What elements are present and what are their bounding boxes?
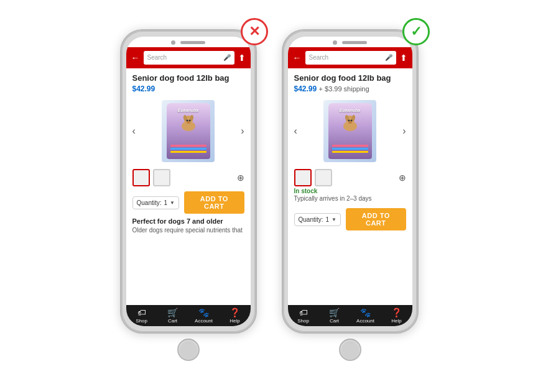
phone-bad-notch <box>126 37 251 47</box>
nav-help-label-good: Help <box>391 318 401 324</box>
product-image-area-bad: ‹ Eukanuba <box>132 97 244 165</box>
description-title-bad: Perfect for dogs 7 and older <box>132 217 244 225</box>
nav-account-good[interactable]: 🐾 Account <box>350 308 381 324</box>
app-header-good: ← Search 🎤 ⬆ <box>288 47 412 68</box>
add-to-cart-bad[interactable]: ADD TO CART <box>184 191 244 214</box>
home-button-good[interactable] <box>339 339 361 361</box>
quantity-row-bad: Quantity: 1 ▼ ADD TO CART <box>132 191 244 214</box>
share-icon-bad[interactable]: ⬆ <box>238 53 246 63</box>
product-title-bad: Senior dog food 12lb bag <box>132 73 244 83</box>
account-icon-good: 🐾 <box>360 308 371 317</box>
svg-point-4 <box>186 120 188 122</box>
camera-good <box>333 40 337 45</box>
shop-icon-good: 🏷 <box>299 308 308 317</box>
nav-shop-label-bad: Shop <box>136 318 147 324</box>
qty-arrow-good: ▼ <box>332 217 336 222</box>
mic-icon-bad: 🎤 <box>223 54 231 61</box>
qty-arrow-bad: ▼ <box>170 200 175 206</box>
thumb-1-good[interactable] <box>294 169 312 186</box>
quantity-value-bad: 1 <box>164 199 168 206</box>
svg-point-6 <box>187 121 190 124</box>
phone-good-wrapper: ✓ ← Search 🎤 ⬆ Se <box>282 29 419 363</box>
product-price-bad: $42.99 <box>132 84 244 93</box>
nav-account-label-good: Account <box>356 318 374 324</box>
thumbnails-bad: ⊕ <box>132 169 244 186</box>
search-placeholder-bad: Search <box>147 54 167 61</box>
price-amount-good: $42.99 <box>294 84 317 93</box>
quantity-label-good: Quantity: <box>299 216 323 223</box>
bottom-nav-bad: 🏷 Shop 🛒 Cart 🐾 Account ❓ Help <box>126 305 251 326</box>
product-price-good: $42.99 + $3.99 shipping <box>294 84 406 93</box>
product-title-good: Senior dog food 12lb bag <box>294 73 406 83</box>
product-image-good: Eukanuba <box>323 100 376 162</box>
search-bar-bad[interactable]: Search 🎤 <box>144 51 234 65</box>
nav-cart-bad[interactable]: 🛒 Cart <box>157 308 188 324</box>
mic-icon-good: 🎤 <box>385 54 392 61</box>
svg-point-12 <box>350 120 352 122</box>
quantity-value-good: 1 <box>326 216 330 223</box>
svg-point-5 <box>188 120 190 122</box>
speaker-bad <box>180 41 205 44</box>
dog-illustration-bad <box>179 112 198 132</box>
nav-help-good[interactable]: ❓ Help <box>381 308 412 324</box>
shop-icon-bad: 🏷 <box>137 308 146 317</box>
help-icon-good: ❓ <box>391 308 402 317</box>
delivery-text: Typically arrives in 2–3 days <box>294 195 406 202</box>
home-button-bad[interactable] <box>177 339 200 361</box>
price-shipping-good: + $3.99 shipping <box>319 85 369 93</box>
camera-bad <box>171 40 175 45</box>
nav-account-bad[interactable]: 🐾 Account <box>188 308 220 324</box>
prev-arrow-bad[interactable]: ‹ <box>132 125 136 137</box>
prev-arrow-good[interactable]: ‹ <box>294 125 297 137</box>
phone-good-notch <box>288 37 412 47</box>
nav-cart-label-good: Cart <box>330 318 339 324</box>
app-header-bad: ← Search 🎤 ⬆ <box>126 47 251 68</box>
nav-account-label-bad: Account <box>195 318 213 324</box>
comparison-container: ✕ ← Search 🎤 ⬆ Se <box>108 17 431 376</box>
phone-bad: ← Search 🎤 ⬆ Senior dog food 12lb bag $4… <box>120 29 257 334</box>
quantity-select-good[interactable]: Quantity: 1 ▼ <box>294 213 341 226</box>
phone-bad-inner: ← Search 🎤 ⬆ Senior dog food 12lb bag $4… <box>126 37 251 326</box>
thumb-2-good[interactable] <box>315 169 332 186</box>
share-icon-good[interactable]: ⬆ <box>400 53 407 63</box>
phone-good-inner: ← Search 🎤 ⬆ Senior dog food 12lb bag $4… <box>288 37 412 326</box>
nav-cart-label-bad: Cart <box>168 318 177 324</box>
phone-bad-wrapper: ✕ ← Search 🎤 ⬆ Se <box>120 29 257 363</box>
nav-shop-bad[interactable]: 🏷 Shop <box>126 308 157 324</box>
product-image-bad: Eukanuba <box>162 100 215 162</box>
svg-point-13 <box>348 121 352 124</box>
quantity-row-good: Quantity: 1 ▼ ADD TO CART <box>294 208 406 230</box>
nav-help-bad[interactable]: ❓ Help <box>220 308 251 324</box>
cart-icon-bad: 🛒 <box>167 308 178 317</box>
speaker-good <box>342 41 367 44</box>
account-icon-bad: 🐾 <box>198 308 209 317</box>
thumb-2-bad[interactable] <box>153 169 170 186</box>
search-placeholder-good: Search <box>309 54 329 61</box>
back-arrow-good[interactable]: ← <box>293 53 302 63</box>
bottom-nav-good: 🏷 Shop 🛒 Cart 🐾 Account ❓ Help <box>288 305 412 326</box>
description-text-bad: Older dogs require special nutrients tha… <box>132 226 244 234</box>
next-arrow-bad[interactable]: › <box>241 125 244 137</box>
nav-shop-label-good: Shop <box>297 318 309 324</box>
product-image-area-good: ‹ Eukanuba <box>294 97 406 165</box>
zoom-icon-good[interactable]: ⊕ <box>399 173 406 183</box>
search-bar-good[interactable]: Search 🎤 <box>305 51 396 65</box>
quantity-select-bad[interactable]: Quantity: 1 ▼ <box>132 196 180 209</box>
back-arrow-bad[interactable]: ← <box>131 53 140 63</box>
thumb-1-bad[interactable] <box>132 169 150 186</box>
help-icon-bad: ❓ <box>230 308 240 317</box>
in-stock-label: In stock <box>294 188 406 194</box>
next-arrow-good[interactable]: › <box>402 125 406 137</box>
svg-point-11 <box>348 120 350 122</box>
nav-shop-good[interactable]: 🏷 Shop <box>288 308 319 324</box>
quantity-label-bad: Quantity: <box>137 199 162 206</box>
zoom-icon-bad[interactable]: ⊕ <box>237 173 244 183</box>
add-to-cart-good[interactable]: ADD TO CART <box>346 208 406 230</box>
thumbnails-good: ⊕ <box>294 169 406 186</box>
product-content-good: Senior dog food 12lb bag $42.99 + $3.99 … <box>288 68 412 305</box>
product-content-bad: Senior dog food 12lb bag $42.99 ‹ Eukanu… <box>126 68 251 305</box>
phone-good: ← Search 🎤 ⬆ Senior dog food 12lb bag $4… <box>282 29 419 334</box>
nav-cart-good[interactable]: 🛒 Cart <box>319 308 350 324</box>
cart-icon-good: 🛒 <box>329 308 340 317</box>
good-badge: ✓ <box>402 18 430 45</box>
